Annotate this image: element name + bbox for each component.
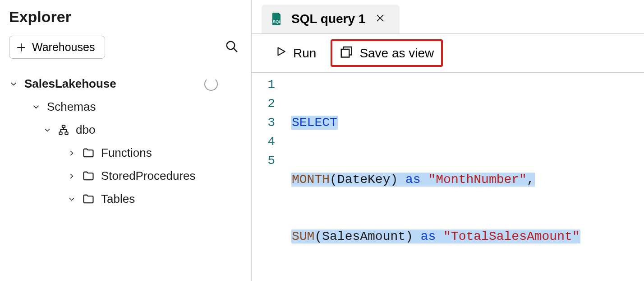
explorer-tree: SalesLakehouse Schemas dbo	[9, 72, 242, 211]
schema-icon	[58, 124, 69, 136]
explorer-sidebar: Explorer Warehouses SalesLakehouse	[0, 0, 252, 281]
search-button[interactable]	[221, 36, 242, 58]
chevron-down-icon	[32, 103, 41, 112]
svg-text:SQL: SQL	[273, 19, 281, 24]
sql-file-icon: SQL	[271, 12, 283, 26]
chevron-down-icon	[9, 80, 18, 89]
chevron-right-icon	[68, 149, 76, 157]
chevron-down-icon	[68, 195, 76, 203]
run-button-label: Run	[293, 46, 316, 61]
save-as-view-label: Save as view	[359, 46, 434, 61]
line-number: 4	[252, 132, 275, 151]
tree-node-schemas[interactable]: Schemas	[9, 95, 242, 118]
folder-icon	[82, 193, 95, 206]
tree-node-tables-label: Tables	[101, 192, 135, 206]
main-pane: SQL SQL query 1 Run	[252, 0, 644, 281]
line-number: 3	[252, 113, 275, 132]
editor-content[interactable]: SELECT MONTH(DateKey) as "MonthNumber", …	[291, 75, 644, 281]
svg-rect-3	[65, 132, 68, 134]
save-view-icon	[340, 45, 353, 61]
tree-node-schemas-label: Schemas	[47, 100, 96, 114]
code-editor[interactable]: 1 2 3 4 5 SELECT MONTH(DateKey) as "Mont…	[252, 73, 644, 281]
tree-node-database-label: SalesLakehouse	[24, 77, 116, 91]
play-icon	[275, 46, 287, 61]
run-button[interactable]: Run	[269, 41, 322, 65]
code-line: SUM(SalesAmount) as "TotalSalesAmount"	[291, 227, 644, 246]
add-warehouses-label: Warehouses	[32, 41, 95, 54]
close-icon[interactable]	[373, 10, 387, 28]
code-line: MONTH(DateKey) as "MonthNumber",	[291, 170, 644, 189]
line-number: 5	[252, 151, 275, 170]
chevron-right-icon	[68, 172, 76, 180]
tab-label: SQL query 1	[291, 12, 365, 26]
tab-sql-query[interactable]: SQL SQL query 1	[262, 5, 400, 33]
save-as-view-button[interactable]: Save as view	[331, 39, 443, 67]
folder-icon	[82, 170, 95, 183]
tree-node-dbo-label: dbo	[76, 123, 95, 137]
plus-icon	[16, 42, 27, 53]
tab-bar: SQL SQL query 1	[252, 0, 644, 34]
search-icon	[225, 48, 239, 55]
app-root: Explorer Warehouses SalesLakehouse	[0, 0, 644, 281]
tree-node-database[interactable]: SalesLakehouse	[9, 72, 242, 95]
code-line: SELECT	[291, 113, 644, 132]
tree-node-dbo[interactable]: dbo	[9, 118, 242, 141]
tree-node-functions-label: Functions	[101, 146, 152, 160]
explorer-title: Explorer	[9, 8, 242, 26]
tree-node-storedprocedures[interactable]: StoredProcedures	[9, 164, 242, 187]
svg-rect-1	[62, 125, 65, 127]
chevron-down-icon	[43, 126, 51, 134]
tree-node-tables[interactable]: Tables	[9, 187, 242, 211]
folder-icon	[82, 147, 95, 159]
add-warehouses-button[interactable]: Warehouses	[9, 36, 105, 59]
svg-rect-6	[341, 49, 350, 57]
line-number: 2	[252, 94, 275, 113]
loading-spinner-icon	[204, 77, 218, 91]
svg-rect-2	[59, 132, 62, 134]
tree-node-functions[interactable]: Functions	[9, 141, 242, 164]
line-number: 1	[252, 75, 275, 94]
editor-gutter: 1 2 3 4 5	[252, 75, 291, 281]
tree-node-storedprocedures-label: StoredProcedures	[101, 169, 196, 183]
warehouses-row: Warehouses	[9, 36, 242, 59]
query-toolbar: Run Save as view	[252, 34, 644, 73]
